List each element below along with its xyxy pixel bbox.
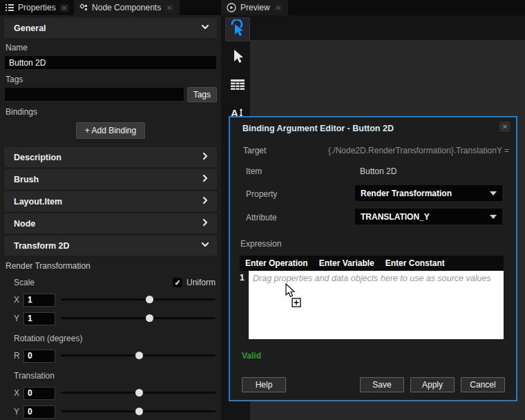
preview-tabbar: Preview ✕ xyxy=(221,0,525,15)
interact-tool-button[interactable] xyxy=(225,17,250,41)
left-tabbar: Properties ✕ Node Components ✕ xyxy=(0,0,221,15)
add-binding-button[interactable]: + Add Binding xyxy=(76,122,145,139)
chevron-right-icon xyxy=(200,173,210,186)
scale-y-label: Y xyxy=(14,314,23,323)
bindings-label: Bindings xyxy=(6,107,216,117)
chevron-right-icon xyxy=(200,195,210,208)
play-circle-icon xyxy=(227,3,236,12)
section-general-label: General xyxy=(14,23,46,33)
dropdown-arrow-icon xyxy=(490,215,497,219)
dialog-close-icon[interactable]: ✕ xyxy=(499,122,510,132)
section-general[interactable]: General xyxy=(4,18,217,38)
scale-x-label: X xyxy=(14,295,23,305)
uniform-checkbox[interactable]: ✓ xyxy=(173,278,182,287)
drag-drop-cursor-icon xyxy=(282,283,305,314)
tab-preview-label: Preview xyxy=(240,3,270,12)
properties-panel: Properties ✕ Node Components ✕ General N… xyxy=(0,0,221,420)
scale-x-input[interactable] xyxy=(23,294,55,307)
enter-operation-tab[interactable]: Enter Operation xyxy=(245,258,308,268)
tab-preview[interactable]: Preview ✕ xyxy=(221,0,288,15)
expression-line-number: 1 xyxy=(240,271,249,339)
expression-input[interactable]: Drag properties and data objects here to… xyxy=(249,271,504,339)
tags-button[interactable]: Tags xyxy=(187,87,217,102)
translation-label: Translation xyxy=(14,371,216,381)
property-dropdown[interactable]: Render Transformation xyxy=(355,185,502,201)
translation-x-label: X xyxy=(14,388,23,398)
interact-cursor-icon xyxy=(229,19,246,40)
translation-x-input[interactable] xyxy=(23,387,55,400)
expression-label: Expression xyxy=(240,239,281,249)
property-dropdown-value: Render Transformation xyxy=(361,189,452,198)
tab-properties-close-icon[interactable]: ✕ xyxy=(60,4,68,12)
enter-constant-tab[interactable]: Enter Constant xyxy=(385,258,445,268)
section-transform-2d-label: Transform 2D xyxy=(14,241,70,251)
section-description[interactable]: Description xyxy=(4,147,217,167)
rotation-r-input[interactable] xyxy=(23,350,55,363)
property-label: Property xyxy=(246,189,277,199)
section-transform-2d[interactable]: Transform 2D xyxy=(4,236,217,256)
render-transformation-label: Render Transformation xyxy=(6,261,217,271)
dialog-title: Binding Argument Editor - Button 2D xyxy=(242,124,394,133)
chevron-down-icon xyxy=(200,22,210,35)
tab-node-components-label: Node Components xyxy=(92,3,161,12)
dialog-footer: Help Save Apply Cancel xyxy=(242,377,505,392)
enter-variable-tab[interactable]: Enter Variable xyxy=(319,258,374,268)
item-value: Button 2D xyxy=(360,166,397,176)
target-label: Target xyxy=(243,146,266,155)
tab-node-components-close-icon[interactable]: ✕ xyxy=(165,4,173,12)
translation-y-label: Y xyxy=(14,407,23,417)
attribute-dropdown[interactable]: TRANSLATION_Y xyxy=(355,209,502,225)
binding-argument-editor-dialog: Binding Argument Editor - Button 2D ✕ Ta… xyxy=(229,116,517,401)
tags-label: Tags xyxy=(6,75,216,84)
name-label: Name xyxy=(6,43,216,52)
scale-y-slider[interactable] xyxy=(61,312,216,325)
section-layout-item[interactable]: Layout.Item xyxy=(4,191,217,211)
cancel-button[interactable]: Cancel xyxy=(461,377,505,392)
translation-x-slider[interactable] xyxy=(61,386,216,400)
uniform-checkbox-row: ✓ Uniform xyxy=(173,278,216,287)
select-tool-button[interactable] xyxy=(225,46,250,70)
validation-status: Valid xyxy=(242,351,261,361)
properties-list-icon xyxy=(6,4,14,11)
grid-tool-button[interactable] xyxy=(225,74,250,98)
help-button[interactable]: Help xyxy=(242,377,286,392)
translation-y-slider[interactable] xyxy=(61,405,216,419)
tab-node-components[interactable]: Node Components ✕ xyxy=(74,0,179,15)
name-input[interactable] xyxy=(4,55,217,70)
chevron-right-icon xyxy=(200,151,210,164)
target-value: {./Node2D.RenderTransformation}.Translat… xyxy=(328,146,509,155)
expression-tabbar: Enter Operation Enter Variable Enter Con… xyxy=(240,256,504,271)
item-label: Item xyxy=(246,166,262,176)
grid-icon xyxy=(231,79,245,93)
scale-label: Scale xyxy=(14,278,35,287)
apply-button[interactable]: Apply xyxy=(410,377,455,392)
tab-preview-close-icon[interactable]: ✕ xyxy=(274,4,283,12)
section-layout-item-label: Layout.Item xyxy=(14,197,62,207)
chevron-right-icon xyxy=(200,218,210,230)
tab-properties-label: Properties xyxy=(18,3,56,12)
section-node[interactable]: Node xyxy=(4,213,217,233)
section-brush[interactable]: Brush xyxy=(4,169,217,189)
rotation-label: Rotation (degrees) xyxy=(14,334,216,343)
translation-y-input[interactable] xyxy=(23,405,55,419)
section-description-label: Description xyxy=(14,153,61,162)
section-node-label: Node xyxy=(14,219,35,229)
tags-input[interactable] xyxy=(4,87,184,102)
expression-placeholder: Drag properties and data objects here to… xyxy=(253,274,491,283)
uniform-label: Uniform xyxy=(187,278,216,287)
chevron-down-icon xyxy=(200,240,210,252)
save-button[interactable]: Save xyxy=(360,377,404,392)
expression-editor: 1 Drag properties and data objects here … xyxy=(240,271,504,339)
section-brush-label: Brush xyxy=(14,175,39,184)
attribute-dropdown-value: TRANSLATION_Y xyxy=(361,212,430,222)
rotation-r-label: R xyxy=(14,351,23,361)
attribute-label: Attribute xyxy=(246,213,277,222)
node-components-icon xyxy=(79,3,88,12)
tab-properties[interactable]: Properties ✕ xyxy=(0,0,74,15)
rotation-r-slider[interactable] xyxy=(61,349,216,363)
arrow-cursor-icon xyxy=(231,49,245,67)
scale-x-slider[interactable] xyxy=(61,293,216,307)
dropdown-arrow-icon xyxy=(490,191,497,195)
scale-y-input[interactable] xyxy=(23,312,55,325)
